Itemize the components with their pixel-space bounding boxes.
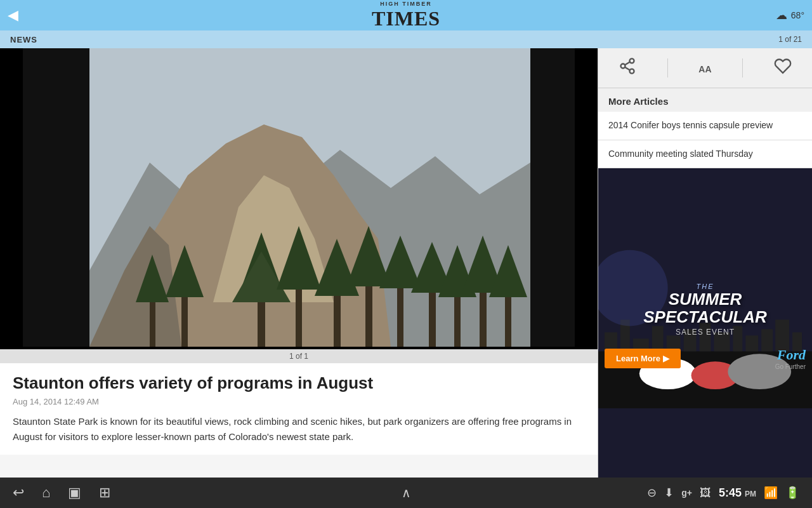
- font-size-button[interactable]: AA: [688, 57, 721, 79]
- weather-area: ☁ 68°: [776, 8, 804, 22]
- image-caption: 1 of 1: [0, 349, 598, 363]
- time-display: 5:45 PM: [719, 486, 756, 500]
- main-content: 1 of 1 Staunton offers variety of progra…: [0, 48, 812, 478]
- bottom-right-icons: ⊖ ⬇ g+ 🖼 5:45 PM 📶 🔋: [647, 486, 799, 500]
- sidebar-article-2[interactable]: Community meeting slated Thursday: [598, 140, 812, 169]
- article-title: Staunton offers variety of programs in A…: [13, 373, 585, 393]
- news-label: NEWS: [10, 35, 37, 44]
- settings-icon[interactable]: ⊖: [647, 486, 657, 500]
- back-button[interactable]: ◀: [8, 7, 18, 23]
- bottom-home-button[interactable]: ⌂: [42, 485, 50, 501]
- ad-main-title: SUMMER SPECTACULAR: [605, 290, 806, 326]
- svg-rect-25: [454, 290, 461, 347]
- bottom-grid-button[interactable]: ⊞: [99, 485, 110, 501]
- google-icon[interactable]: g+: [681, 488, 692, 498]
- svg-rect-23: [181, 290, 188, 347]
- image-icon[interactable]: 🖼: [700, 486, 711, 500]
- ad-the-text: THE: [605, 283, 806, 290]
- favorite-button[interactable]: [764, 55, 802, 81]
- article-image-container: 1 of 1: [0, 48, 598, 363]
- sidebar-toolbar: AA: [598, 48, 812, 88]
- svg-line-35: [625, 62, 630, 65]
- ad-banner: THE SUMMER SPECTACULAR SALES EVENT Learn…: [598, 168, 812, 478]
- svg-rect-2: [530, 48, 575, 347]
- ad-subtitle: SALES EVENT: [605, 328, 806, 337]
- ad-ford-logo: Ford: [775, 347, 806, 363]
- bottom-left-icons: ↩ ⌂ ▣ ⊞: [13, 485, 110, 501]
- temperature-display: 68°: [791, 10, 804, 20]
- svg-rect-19: [429, 286, 436, 347]
- share-button[interactable]: [608, 55, 646, 81]
- toolbar-sep-2: [742, 58, 743, 77]
- news-bar: NEWS 1 of 21: [0, 30, 812, 48]
- bottom-recent-button[interactable]: ▣: [68, 485, 81, 501]
- mountain-image: [0, 48, 598, 347]
- logo-subtitle: HIGH TIMBER: [372, 1, 440, 7]
- ad-learn-more-button[interactable]: Learn More ▶: [605, 349, 681, 368]
- toolbar-sep-1: [667, 58, 668, 77]
- article-count: 1 of 21: [778, 35, 802, 44]
- svg-rect-1: [23, 48, 89, 347]
- sidebar-article-1[interactable]: 2014 Conifer boys tennis capsule preview: [598, 112, 812, 140]
- more-articles-label: More Articles: [598, 88, 812, 112]
- top-bar: ◀ HIGH TIMBER TIMES ☁ 68°: [0, 0, 812, 30]
- bottom-bar: ↩ ⌂ ▣ ⊞ ∧ ⊖ ⬇ g+ 🖼 5:45 PM 📶 🔋: [0, 478, 812, 508]
- weather-icon: ☁: [776, 8, 787, 22]
- svg-point-33: [630, 69, 634, 74]
- ampm-value: PM: [745, 490, 756, 498]
- wifi-icon: 📶: [764, 486, 778, 500]
- svg-rect-15: [365, 277, 372, 347]
- svg-rect-29: [505, 290, 511, 347]
- time-value: 5:45: [719, 486, 742, 499]
- svg-point-31: [630, 58, 634, 63]
- svg-line-34: [625, 67, 630, 70]
- svg-point-32: [621, 64, 625, 69]
- bottom-back-button[interactable]: ↩: [13, 485, 24, 501]
- sidebar: AA More Articles 2014 Conifer boys tenni…: [598, 48, 812, 478]
- svg-rect-21: [150, 296, 155, 347]
- logo-main: TIMES: [372, 7, 440, 30]
- article-body: Staunton offers variety of programs in A…: [0, 363, 598, 455]
- ad-ford-tagline: Go Further: [775, 363, 806, 370]
- scroll-up-button[interactable]: ∧: [402, 486, 411, 500]
- logo-area: HIGH TIMBER TIMES: [372, 1, 440, 30]
- font-icon: AA: [698, 64, 711, 74]
- battery-icon: 🔋: [785, 486, 799, 500]
- article-area: 1 of 1 Staunton offers variety of progra…: [0, 48, 598, 478]
- article-text: Staunton State Park is known for its bea…: [13, 414, 585, 444]
- svg-rect-17: [397, 283, 403, 347]
- article-date: Aug 14, 2014 12:49 AM: [13, 397, 585, 406]
- svg-rect-27: [480, 284, 487, 347]
- download-icon[interactable]: ⬇: [664, 486, 674, 500]
